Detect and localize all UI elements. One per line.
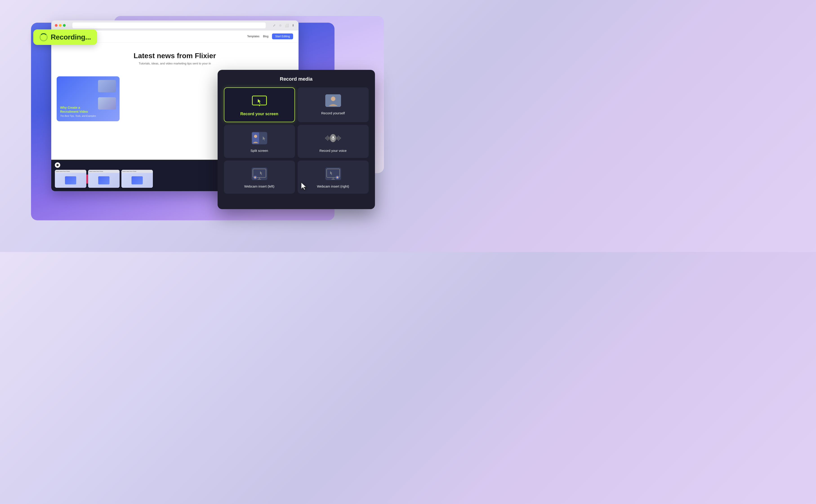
website-hero-subtitle: Tutorials, ideas, and video marketing ti…: [57, 62, 293, 65]
webcam-left-item[interactable]: Webcam insert (left): [224, 161, 295, 194]
svg-point-7: [254, 135, 257, 138]
main-container: ⤢ ☆ ⬜ ⬇ Templates Blog Start Editing Lat…: [24, 16, 384, 236]
blog-card-title: Why Create a Recruitment Video: [60, 106, 116, 114]
recording-spinner-icon: [40, 33, 48, 41]
record-screen-item[interactable]: Record your screen: [224, 87, 295, 122]
panel-title: Record media: [224, 76, 369, 82]
browser-minimize-dot[interactable]: [59, 24, 62, 27]
browser-address-bar[interactable]: [72, 22, 266, 28]
thumb-header-3: Latest news from Flixier: [121, 170, 153, 173]
blog-card-subtitle: The Best Tips, Tools, and Examples: [60, 115, 116, 118]
thumb-content-1: [55, 173, 86, 188]
svg-rect-9: [333, 136, 334, 139]
panel-grid: Record your screen Record yourself: [224, 87, 369, 194]
recording-badge: Recording...: [33, 29, 97, 45]
website-hero-title: Latest news from Flixier: [57, 52, 293, 60]
svg-point-20: [337, 177, 338, 178]
webcam-right-label: Webcam insert (right): [317, 184, 349, 188]
svg-point-14: [254, 177, 256, 178]
browser-close-dot[interactable]: [55, 24, 58, 27]
thumbnail-1[interactable]: Latest news from Flixier: [55, 170, 86, 188]
recording-text: Recording...: [51, 33, 91, 41]
webcam-item-label: Record yourself: [321, 111, 345, 115]
record-media-panel: Record media Record your screen: [218, 70, 375, 209]
thumb-inner-3: [131, 176, 143, 184]
thumb-header-2: Latest news from Flixier: [88, 170, 119, 173]
nav-templates-link[interactable]: Templates: [247, 35, 260, 38]
blog-card-1[interactable]: Why Create a Recruitment Video The Best …: [57, 76, 119, 121]
screen-icon: [252, 93, 267, 109]
split-screen-item[interactable]: Split screen: [224, 125, 295, 158]
thumb-inner-1: [65, 176, 76, 184]
voice-icon: [325, 130, 341, 146]
mouse-cursor: [301, 181, 309, 192]
split-icon: [252, 130, 267, 146]
thumb-header-1: Latest news from Flixier: [55, 170, 86, 173]
thumb-inner-2: [98, 176, 109, 184]
browser-dots: [55, 24, 66, 27]
webcam-icon: [325, 93, 341, 108]
nav-blog-link[interactable]: Blog: [263, 35, 269, 38]
browser-toolbar-icons: ⤢ ☆ ⬜ ⬇: [273, 24, 295, 27]
screen-item-label: Record your screen: [240, 112, 278, 116]
record-voice-item[interactable]: Record your voice: [298, 125, 369, 158]
webcam-right-icon: [325, 166, 341, 182]
start-editing-button[interactable]: Start Editing: [272, 33, 293, 39]
blog-card-content: Why Create a Recruitment Video The Best …: [57, 102, 119, 121]
card-image-1: [98, 80, 116, 92]
browser-maximize-dot[interactable]: [63, 24, 66, 27]
browser-star-icon[interactable]: ☆: [279, 24, 282, 27]
thumb-content-2: [88, 173, 119, 188]
browser-chrome: ⤢ ☆ ⬜ ⬇: [51, 20, 299, 30]
thumbnail-2[interactable]: Latest news from Flixier: [88, 170, 119, 188]
record-webcam-item[interactable]: Record yourself: [298, 87, 369, 122]
browser-extension-icon[interactable]: ⬜: [285, 24, 289, 27]
thumbnail-3[interactable]: Latest news from Flixier: [121, 170, 153, 188]
voice-item-label: Record your voice: [320, 149, 347, 153]
webcam-left-icon: [252, 166, 267, 182]
record-dot: [56, 164, 59, 166]
browser-share-icon[interactable]: ⤢: [273, 24, 276, 27]
thumb-content-3: [121, 173, 153, 188]
timeline-record-button[interactable]: [55, 162, 60, 168]
svg-point-4: [331, 97, 335, 101]
browser-download-icon[interactable]: ⬇: [291, 24, 295, 27]
split-item-label: Split screen: [251, 149, 268, 153]
webcam-left-label: Webcam insert (left): [244, 184, 275, 188]
